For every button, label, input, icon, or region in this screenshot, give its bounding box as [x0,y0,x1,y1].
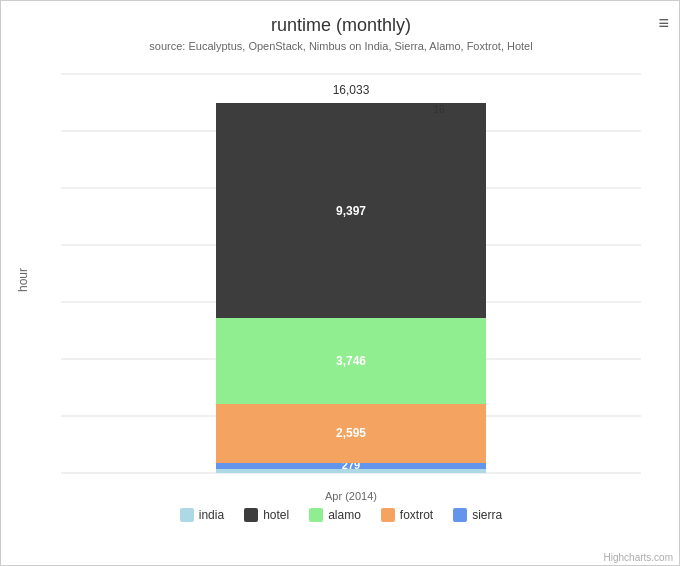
bar-alamo-label: 3,746 [336,354,366,368]
chart-container: runtime (monthly) source: Eucalyptus, Op… [1,1,680,566]
bar-hotel-label: 9,397 [336,204,366,218]
legend-item-india: india [180,508,224,522]
legend-swatch-hotel [244,508,258,522]
legend-label-hotel: hotel [263,508,289,522]
legend-label-alamo: alamo [328,508,361,522]
legend-swatch-alamo [309,508,323,522]
legend-label-india: india [199,508,224,522]
legend-item-sierra: sierra [453,508,502,522]
menu-icon[interactable]: ≡ [658,13,669,34]
chart-subtitle: source: Eucalyptus, OpenStack, Nimbus on… [1,40,680,52]
bar-foxtrot-label: 2,595 [336,426,366,440]
legend-swatch-foxtrot [381,508,395,522]
legend-label-sierra: sierra [472,508,502,522]
legend-label-foxtrot: foxtrot [400,508,433,522]
x-axis-label: Apr (2014) [61,490,641,502]
chart-svg: 0k 2.5k 5k 7.5k 10k 12.5k 15k 17.5k [61,58,641,488]
legend-item-foxtrot: foxtrot [381,508,433,522]
legend: india hotel alamo foxtrot sierra [1,508,680,522]
chart-title: runtime (monthly) [1,1,680,40]
bar-top-tick: 16 [433,104,445,115]
legend-swatch-sierra [453,508,467,522]
bar-total-label: 16,033 [333,83,370,97]
highcharts-credit: Highcharts.com [604,552,673,563]
legend-item-hotel: hotel [244,508,289,522]
chart-area: hour 0k 2.5k 5k 7.5k 10k 12.5k [61,58,641,502]
legend-swatch-india [180,508,194,522]
legend-item-alamo: alamo [309,508,361,522]
y-axis-label: hour [16,268,30,292]
